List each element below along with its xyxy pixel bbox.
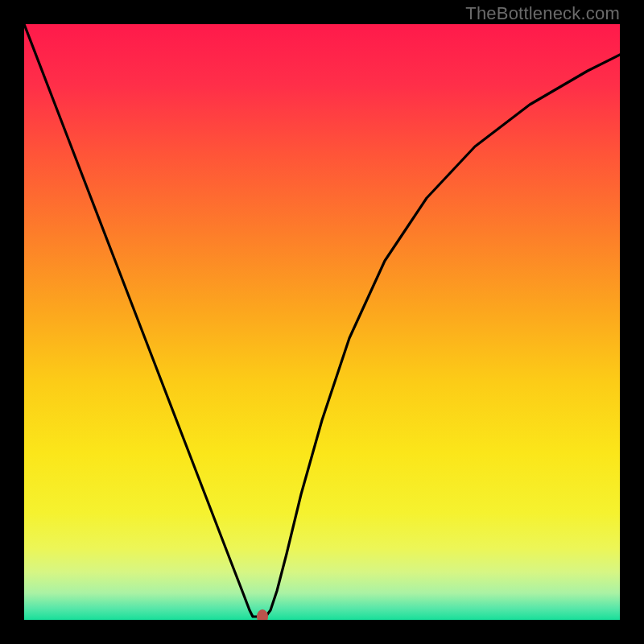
watermark-label: TheBottleneck.com <box>465 3 620 24</box>
plot-area <box>24 24 620 620</box>
bottleneck-curve <box>24 24 620 620</box>
chart-frame: TheBottleneck.com <box>0 0 644 644</box>
optimum-marker <box>257 609 268 620</box>
